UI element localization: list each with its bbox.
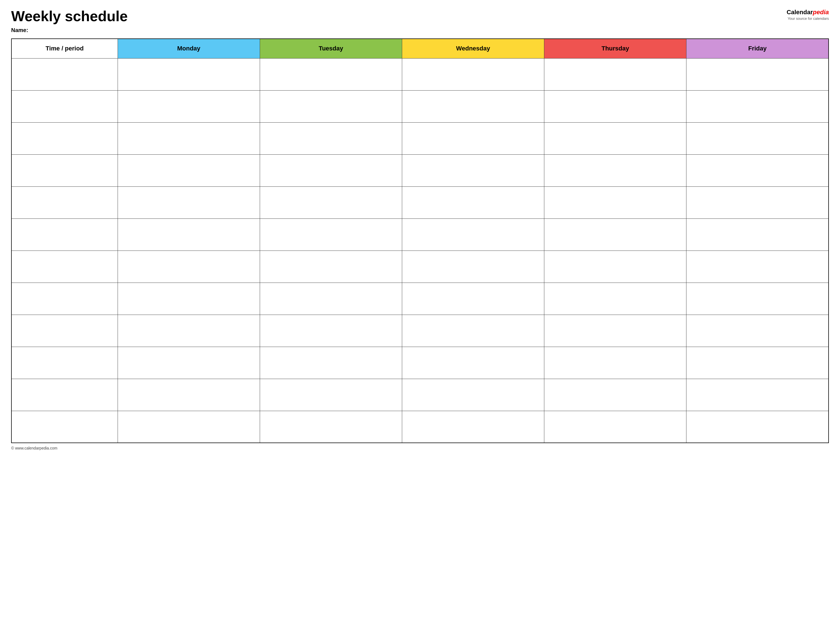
schedule-cell[interactable] [544, 219, 687, 251]
table-row [11, 315, 829, 347]
time-cell[interactable] [11, 155, 118, 186]
schedule-cell[interactable] [260, 315, 402, 347]
schedule-cell[interactable] [544, 251, 687, 282]
schedule-cell[interactable] [544, 58, 687, 90]
schedule-cell[interactable] [687, 315, 829, 347]
schedule-cell[interactable] [118, 379, 260, 411]
schedule-cell[interactable] [687, 282, 829, 315]
table-row [11, 411, 829, 443]
schedule-cell[interactable] [118, 90, 260, 122]
schedule-cell[interactable] [118, 347, 260, 379]
schedule-cell[interactable] [544, 122, 687, 155]
schedule-cell[interactable] [402, 282, 544, 315]
table-row [11, 90, 829, 122]
schedule-cell[interactable] [687, 411, 829, 443]
time-cell[interactable] [11, 251, 118, 282]
table-row [11, 282, 829, 315]
table-row [11, 186, 829, 219]
time-cell[interactable] [11, 186, 118, 219]
schedule-cell[interactable] [260, 186, 402, 219]
schedule-cell[interactable] [402, 347, 544, 379]
schedule-cell[interactable] [687, 219, 829, 251]
schedule-cell[interactable] [544, 379, 687, 411]
schedule-cell[interactable] [118, 315, 260, 347]
table-row [11, 155, 829, 186]
schedule-cell[interactable] [687, 186, 829, 219]
schedule-cell[interactable] [118, 122, 260, 155]
schedule-cell[interactable] [118, 251, 260, 282]
schedule-cell[interactable] [687, 90, 829, 122]
time-cell[interactable] [11, 379, 118, 411]
header-monday: Monday [118, 39, 260, 58]
schedule-cell[interactable] [687, 379, 829, 411]
title-area: Weekly schedule [11, 8, 128, 24]
schedule-cell[interactable] [118, 155, 260, 186]
schedule-cell[interactable] [402, 90, 544, 122]
header-wednesday: Wednesday [402, 39, 544, 58]
copyright: © www.calendarpedia.com [11, 446, 57, 450]
time-cell[interactable] [11, 219, 118, 251]
time-cell[interactable] [11, 122, 118, 155]
schedule-cell[interactable] [687, 122, 829, 155]
schedule-cell[interactable] [544, 186, 687, 219]
logo-pedia: pedia [813, 9, 829, 16]
page-header: Weekly schedule Calendarpedia Your sourc… [11, 8, 829, 24]
schedule-cell[interactable] [118, 58, 260, 90]
table-row [11, 122, 829, 155]
schedule-cell[interactable] [118, 411, 260, 443]
logo-tagline: Your source for calendars [786, 16, 829, 21]
table-header-row: Time / period Monday Tuesday Wednesday T… [11, 39, 829, 58]
schedule-cell[interactable] [402, 58, 544, 90]
time-cell[interactable] [11, 347, 118, 379]
time-cell[interactable] [11, 90, 118, 122]
schedule-cell[interactable] [402, 411, 544, 443]
logo-calendar-text: Calendar [786, 9, 813, 16]
header-time: Time / period [11, 39, 118, 58]
header-thursday: Thursday [544, 39, 687, 58]
schedule-cell[interactable] [260, 411, 402, 443]
logo-area: Calendarpedia Your source for calendars [786, 8, 829, 21]
schedule-cell[interactable] [544, 347, 687, 379]
time-cell[interactable] [11, 411, 118, 443]
schedule-cell[interactable] [402, 251, 544, 282]
schedule-cell[interactable] [687, 347, 829, 379]
schedule-cell[interactable] [118, 282, 260, 315]
schedule-cell[interactable] [402, 122, 544, 155]
schedule-cell[interactable] [118, 219, 260, 251]
header-tuesday: Tuesday [260, 39, 402, 58]
schedule-cell[interactable] [544, 90, 687, 122]
schedule-cell[interactable] [544, 411, 687, 443]
schedule-cell[interactable] [260, 251, 402, 282]
schedule-cell[interactable] [260, 379, 402, 411]
time-cell[interactable] [11, 282, 118, 315]
schedule-cell[interactable] [544, 282, 687, 315]
schedule-cell[interactable] [687, 58, 829, 90]
time-cell[interactable] [11, 315, 118, 347]
name-label: Name: [11, 27, 829, 33]
schedule-cell[interactable] [544, 155, 687, 186]
schedule-cell[interactable] [260, 90, 402, 122]
table-row [11, 347, 829, 379]
schedule-cell[interactable] [544, 315, 687, 347]
schedule-cell[interactable] [402, 219, 544, 251]
schedule-cell[interactable] [402, 315, 544, 347]
schedule-cell[interactable] [118, 186, 260, 219]
time-cell[interactable] [11, 58, 118, 90]
schedule-cell[interactable] [402, 186, 544, 219]
footer: © www.calendarpedia.com [11, 446, 829, 450]
schedule-cell[interactable] [402, 155, 544, 186]
table-row [11, 219, 829, 251]
logo-calendar: Calendarpedia [786, 8, 829, 16]
schedule-cell[interactable] [260, 155, 402, 186]
schedule-cell[interactable] [687, 155, 829, 186]
schedule-cell[interactable] [260, 347, 402, 379]
page-title: Weekly schedule [11, 8, 128, 24]
schedule-cell[interactable] [260, 58, 402, 90]
schedule-cell[interactable] [260, 219, 402, 251]
table-row [11, 379, 829, 411]
schedule-cell[interactable] [402, 379, 544, 411]
schedule-cell[interactable] [260, 282, 402, 315]
schedule-table: Time / period Monday Tuesday Wednesday T… [11, 38, 829, 443]
schedule-cell[interactable] [687, 251, 829, 282]
schedule-cell[interactable] [260, 122, 402, 155]
